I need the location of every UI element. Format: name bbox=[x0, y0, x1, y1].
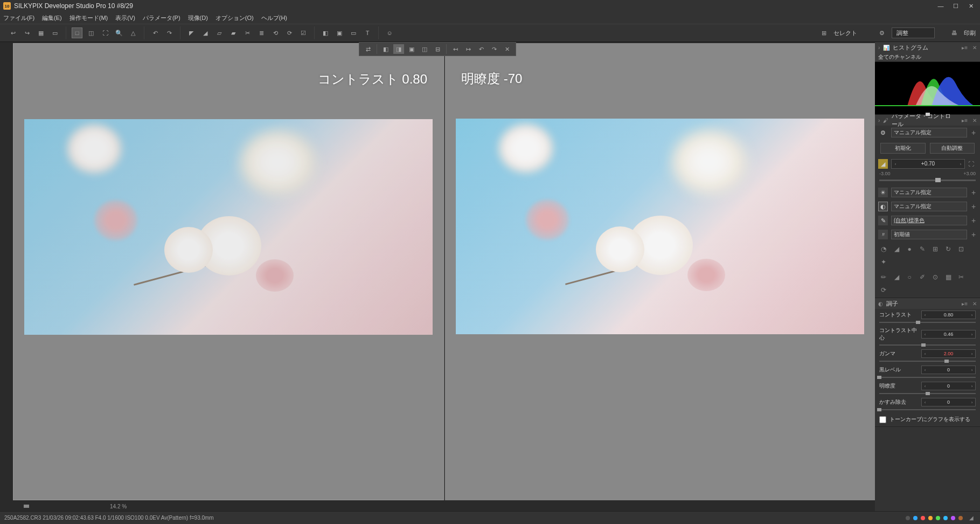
rotate-right-icon[interactable]: ⟳ bbox=[284, 27, 295, 38]
color-dot-5[interactable] bbox=[943, 516, 948, 520]
param-row-dropdown-3[interactable]: 初期値 bbox=[891, 230, 967, 239]
adjust-icon-a6[interactable]: ⊡ bbox=[957, 245, 965, 253]
ct-swap-icon[interactable]: ⇄ bbox=[363, 44, 373, 54]
pin-icon[interactable]: ▸≡ bbox=[962, 118, 968, 123]
menu-現像[interactable]: 現像(D) bbox=[188, 14, 208, 22]
menu-パラメータ[interactable]: パラメータ(P) bbox=[143, 14, 180, 22]
tone-dec-1[interactable]: ‹ bbox=[922, 330, 928, 338]
tone-slider-4[interactable] bbox=[879, 393, 976, 394]
ct-copy-right-icon[interactable]: ↦ bbox=[463, 44, 474, 54]
tone-slider-5[interactable] bbox=[879, 409, 976, 410]
tone-stepper-2[interactable]: ‹ 2.00 › bbox=[921, 349, 976, 358]
maximize-button[interactable]: ☐ bbox=[952, 2, 960, 10]
close-button[interactable]: ✕ bbox=[967, 2, 975, 10]
tone-thumb-1[interactable] bbox=[921, 343, 926, 347]
ct-undo-icon[interactable]: ↶ bbox=[476, 44, 486, 54]
adjust-icon-a7[interactable]: ✦ bbox=[879, 258, 888, 266]
param-row-dropdown-2[interactable]: (自然)標準色 bbox=[891, 216, 967, 225]
param-control-header[interactable]: › 🖌 パラメータ・コントロール ▸≡ ✕ bbox=[875, 115, 980, 126]
ct-mode-1-icon[interactable]: ◧ bbox=[380, 44, 391, 54]
redo-icon[interactable]: ↷ bbox=[164, 27, 175, 38]
tone-slider-0[interactable] bbox=[879, 322, 976, 323]
tone-stepper-3[interactable]: ‹ 0 › bbox=[921, 366, 976, 374]
menu-ヘルプ[interactable]: ヘルプ(H) bbox=[261, 14, 287, 22]
tone-inc-0[interactable]: › bbox=[969, 311, 975, 319]
param-add-icon[interactable]: + bbox=[970, 128, 977, 137]
ruler-thumb[interactable] bbox=[24, 505, 29, 508]
tone-thumb-0[interactable] bbox=[916, 321, 920, 324]
filmstrip-icon[interactable]: ▭ bbox=[50, 27, 60, 38]
nav-back-icon[interactable]: ↩ bbox=[8, 27, 18, 38]
adjust-icon-b4[interactable]: ⊙ bbox=[931, 273, 940, 281]
tool-4-icon[interactable]: ▰ bbox=[228, 27, 239, 38]
tone-inc-4[interactable]: › bbox=[969, 382, 975, 390]
exposure-slider-thumb[interactable] bbox=[935, 178, 941, 182]
param-row-icon-1[interactable]: ◐ bbox=[878, 202, 888, 211]
adjust-icon-b3[interactable]: ✐ bbox=[918, 273, 927, 281]
tone-inc-1[interactable]: › bbox=[969, 330, 975, 338]
ct-mode-3-icon[interactable]: ▣ bbox=[406, 44, 417, 54]
ct-mode-5-icon[interactable]: ⊟ bbox=[432, 44, 443, 54]
tone-stepper-4[interactable]: ‹ 0 › bbox=[921, 382, 976, 390]
adjust-icon-a1[interactable]: ◢ bbox=[892, 245, 901, 253]
check-icon[interactable]: ☑ bbox=[298, 27, 309, 38]
adjust-icon-a3[interactable]: ✎ bbox=[918, 245, 927, 253]
exposure-icon[interactable]: ◢ bbox=[878, 159, 888, 169]
menu-ファイル[interactable]: ファイル(F) bbox=[3, 14, 34, 22]
tone-slider-3[interactable] bbox=[879, 377, 976, 378]
tone-slider-1[interactable] bbox=[879, 344, 976, 346]
param-mode-dropdown[interactable]: マニュアル指定 bbox=[891, 128, 967, 137]
tone-stepper-1[interactable]: ‹ 0.46 › bbox=[921, 330, 976, 339]
adjust-icon-a4[interactable]: ⊞ bbox=[931, 245, 940, 253]
exposure-slider[interactable] bbox=[879, 180, 976, 181]
nav-fwd-icon[interactable]: ↪ bbox=[22, 27, 32, 38]
ct-mode-2-icon[interactable]: ◨ bbox=[393, 44, 404, 54]
person-icon[interactable]: ☺ bbox=[384, 27, 395, 38]
exposure-stepper[interactable]: ‹ +0.70 › bbox=[891, 159, 965, 169]
color-dot-2[interactable] bbox=[921, 516, 925, 520]
param-row-add-2[interactable]: + bbox=[970, 216, 977, 225]
param-row-dropdown-0[interactable]: マニュアル指定 bbox=[891, 188, 967, 197]
exposure-expand-icon[interactable]: ⛶ bbox=[968, 161, 977, 167]
menu-編集[interactable]: 編集(E) bbox=[42, 14, 62, 22]
tone-inc-3[interactable]: › bbox=[969, 366, 975, 374]
split-view-icon[interactable]: ◫ bbox=[86, 27, 96, 38]
panel-close-icon[interactable]: ✕ bbox=[972, 301, 977, 307]
tone-thumb-3[interactable] bbox=[877, 376, 881, 379]
preview-3-icon[interactable]: ▭ bbox=[348, 27, 359, 38]
warning-icon[interactable]: △ bbox=[128, 27, 138, 38]
adjust-icon-b7[interactable]: ⟳ bbox=[879, 286, 888, 294]
adjust-icon-b2[interactable]: ○ bbox=[905, 273, 914, 281]
ct-close-icon[interactable]: ✕ bbox=[502, 44, 512, 54]
adjust-icon-b5[interactable]: ▦ bbox=[944, 273, 953, 281]
tone-dec-0[interactable]: ‹ bbox=[922, 311, 928, 319]
fit-icon[interactable]: ⛶ bbox=[100, 27, 110, 38]
param-row-icon-3[interactable]: 〃 bbox=[878, 230, 888, 239]
tone-dec-3[interactable]: ‹ bbox=[922, 366, 928, 374]
tool-3-icon[interactable]: ▱ bbox=[214, 27, 225, 38]
pin-icon[interactable]: ▸≡ bbox=[962, 45, 968, 51]
param-row-icon-2[interactable]: ✎ bbox=[878, 216, 888, 225]
ct-copy-left-icon[interactable]: ↤ bbox=[450, 44, 461, 54]
crop-icon[interactable]: ✂ bbox=[242, 27, 253, 38]
adjust-icon-b1[interactable]: ◢ bbox=[892, 273, 901, 281]
adjust-dropdown[interactable]: 調整 bbox=[892, 27, 935, 38]
tone-thumb-4[interactable] bbox=[926, 392, 930, 395]
menu-オプション[interactable]: オプション(O) bbox=[216, 14, 254, 22]
exposure-inc-button[interactable]: › bbox=[957, 160, 964, 168]
layers-icon[interactable]: ≣ bbox=[256, 27, 267, 38]
reset-button[interactable]: 初期化 bbox=[880, 143, 926, 154]
color-dot-1[interactable] bbox=[913, 516, 918, 520]
select-mode-icon[interactable]: ⊞ bbox=[818, 27, 829, 38]
tone-stepper-0[interactable]: ‹ 0.80 › bbox=[921, 311, 976, 319]
rotate-left-icon[interactable]: ⟲ bbox=[270, 27, 281, 38]
panel-close-icon[interactable]: ✕ bbox=[972, 45, 977, 51]
color-dot-6[interactable] bbox=[951, 516, 955, 520]
param-row-add-0[interactable]: + bbox=[970, 188, 977, 197]
tone-dec-4[interactable]: ‹ bbox=[922, 382, 928, 390]
print-icon[interactable]: 🖶 bbox=[949, 27, 960, 38]
adjust-icon-a5[interactable]: ↻ bbox=[944, 245, 953, 253]
color-dot-3[interactable] bbox=[928, 516, 933, 520]
undo-icon[interactable]: ↶ bbox=[150, 27, 161, 38]
auto-adjust-button[interactable]: 自動調整 bbox=[930, 143, 975, 154]
